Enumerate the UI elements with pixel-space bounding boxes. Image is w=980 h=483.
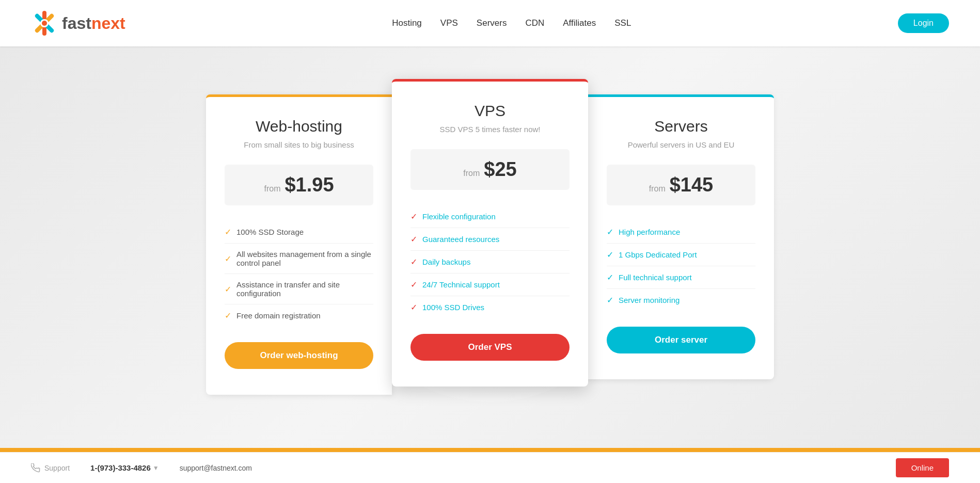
servers-price: $145 — [670, 174, 714, 196]
logo: fastnext — [31, 10, 125, 37]
vps-features: ✓ Flexible configuration ✓ Guaranteed re… — [410, 205, 570, 318]
check-icon: ✓ — [607, 250, 613, 260]
main-content: Web-hosting From small sites to big busi… — [0, 46, 980, 448]
list-item: ✓ Guaranteed resources — [410, 228, 570, 251]
nav-affiliates[interactable]: Affiliates — [563, 18, 596, 28]
list-item: ✓ Flexible configuration — [410, 205, 570, 228]
webhosting-subtitle: From small sites to big business — [225, 140, 373, 149]
vps-price-box: from $25 — [410, 149, 570, 190]
servers-title: Servers — [607, 118, 755, 135]
logo-text: fastnext — [62, 14, 125, 33]
webhosting-card: Web-hosting From small sites to big busi… — [206, 94, 392, 395]
feature-text: 1 Gbps Dedicated Port — [619, 250, 697, 259]
navigation: Hosting VPS Servers CDN Affiliates SSL — [392, 18, 631, 28]
list-item: ✓ Free domain registration — [225, 304, 373, 327]
nav-cdn[interactable]: CDN — [525, 18, 544, 28]
vps-price: $25 — [484, 158, 516, 181]
footer-bar: Support 1-(973)-333-4826 ▼ support@fastn… — [0, 452, 980, 483]
login-button[interactable]: Login — [898, 13, 949, 33]
order-vps-button[interactable]: Order VPS — [410, 334, 570, 361]
list-item: ✓ High performance — [607, 221, 755, 244]
logo-icon — [31, 10, 58, 37]
feature-text: Daily backups — [422, 257, 470, 266]
servers-card: Servers Powerful servers in US and EU fr… — [588, 94, 774, 379]
webhosting-price-box: from $1.95 — [225, 165, 373, 205]
feature-text: Server monitoring — [619, 296, 679, 304]
phone-number: 1-(973)-333-4826 ▼ — [90, 463, 159, 472]
check-icon: ✓ — [607, 295, 613, 305]
pricing-cards: Web-hosting From small sites to big busi… — [206, 79, 774, 395]
feature-text: 24/7 Technical support — [422, 280, 500, 289]
servers-from: from — [649, 184, 666, 194]
list-item: ✓ 24/7 Technical support — [410, 273, 570, 296]
vps-title: VPS — [410, 102, 570, 120]
header: fastnext Hosting VPS Servers CDN Affilia… — [0, 0, 980, 46]
feature-text: Flexible configuration — [422, 212, 496, 221]
list-item: ✓ Daily backups — [410, 251, 570, 273]
check-icon: ✓ — [410, 257, 417, 267]
check-icon: ✓ — [225, 284, 231, 294]
yellow-strip — [0, 448, 980, 452]
check-icon: ✓ — [225, 254, 231, 264]
order-webhosting-button[interactable]: Order web-hosting — [225, 342, 373, 369]
check-icon: ✓ — [410, 280, 417, 289]
feature-text: Free domain registration — [236, 311, 321, 320]
check-icon: ✓ — [410, 302, 417, 312]
check-icon: ✓ — [410, 212, 417, 221]
list-item: ✓ Assistance in transfer and site config… — [225, 274, 373, 304]
list-item: ✓ Full technical support — [607, 266, 755, 289]
check-icon: ✓ — [607, 272, 613, 282]
nav-vps[interactable]: VPS — [440, 18, 458, 28]
vps-subtitle: SSD VPS 5 times faster now! — [410, 125, 570, 134]
check-icon: ✓ — [225, 227, 231, 237]
vps-from: from — [463, 169, 480, 178]
support-label-area: Support — [31, 463, 70, 473]
webhosting-from: from — [264, 184, 280, 194]
webhosting-title: Web-hosting — [225, 118, 373, 135]
feature-text: Full technical support — [619, 273, 692, 282]
servers-features: ✓ High performance ✓ 1 Gbps Dedicated Po… — [607, 221, 755, 311]
check-icon: ✓ — [225, 311, 231, 320]
feature-text: Assistance in transfer and site configur… — [236, 280, 373, 298]
order-servers-button[interactable]: Order server — [607, 327, 755, 353]
check-icon: ✓ — [410, 234, 417, 244]
feature-text: High performance — [619, 228, 680, 236]
webhosting-features: ✓ 100% SSD Storage ✓ All websites manage… — [225, 221, 373, 327]
online-badge: Online — [896, 458, 949, 477]
nav-hosting[interactable]: Hosting — [392, 18, 422, 28]
feature-text: 100% SSD Storage — [236, 228, 304, 236]
webhosting-price: $1.95 — [284, 174, 334, 196]
nav-ssl[interactable]: SSL — [614, 18, 631, 28]
feature-text: 100% SSD Drives — [422, 303, 484, 312]
list-item: ✓ 1 Gbps Dedicated Port — [607, 244, 755, 266]
vps-card: VPS SSD VPS 5 times faster now! from $25… — [392, 79, 588, 387]
list-item: ✓ 100% SSD Drives — [410, 296, 570, 318]
list-item: ✓ 100% SSD Storage — [225, 221, 373, 244]
servers-subtitle: Powerful servers in US and EU — [607, 140, 755, 149]
check-icon: ✓ — [607, 227, 613, 237]
list-item: ✓ Server monitoring — [607, 289, 755, 311]
support-text: Support — [44, 464, 70, 472]
feature-text: Guaranteed resources — [422, 235, 499, 244]
support-email: support@fastnext.com — [180, 464, 252, 472]
feature-text: All websites management from a single co… — [236, 250, 373, 267]
servers-price-box: from $145 — [607, 165, 755, 205]
list-item: ✓ All websites management from a single … — [225, 244, 373, 274]
phone-icon — [31, 463, 40, 473]
svg-point-4 — [42, 21, 47, 26]
nav-servers[interactable]: Servers — [477, 18, 507, 28]
